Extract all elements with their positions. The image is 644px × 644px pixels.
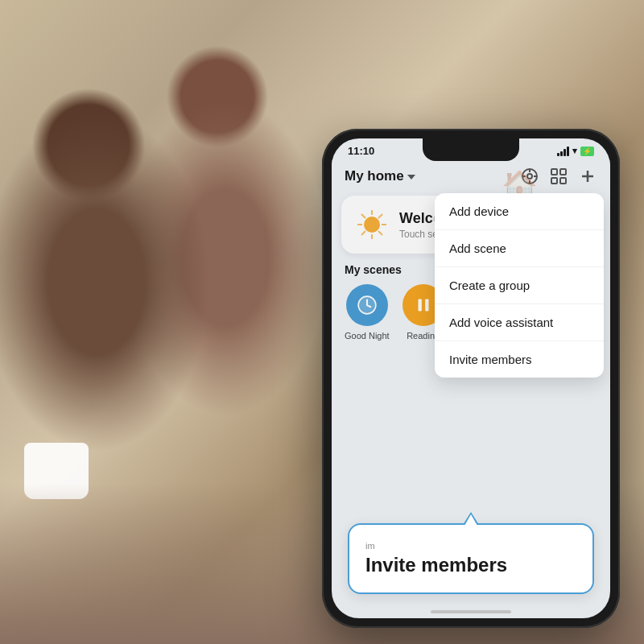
app-header: My home 🏠: [332, 160, 610, 192]
svg-rect-8: [551, 178, 557, 184]
phone-notch: [423, 138, 519, 161]
home-title-button[interactable]: My home: [345, 168, 415, 184]
scene-item-goodnight[interactable]: Good Night: [345, 284, 390, 341]
svg-rect-22: [418, 299, 421, 311]
svg-line-18: [378, 231, 382, 235]
tooltip-bubble: im Invite members: [348, 523, 594, 594]
coffee-mug: [24, 443, 89, 499]
tooltip-label: im: [365, 541, 576, 551]
phone-frame: 11:10 ▾ ⚡ My home 🏠: [322, 129, 620, 628]
svg-rect-9: [560, 178, 566, 184]
status-icons: ▾ ⚡: [557, 146, 594, 156]
add-icon[interactable]: [578, 167, 597, 186]
tooltip-arrow: [463, 512, 479, 525]
tooltip-text: Invite members: [365, 554, 576, 576]
status-time: 11:10: [348, 145, 374, 157]
svg-point-12: [364, 217, 380, 233]
menu-item-invite-members[interactable]: Invite members: [435, 341, 604, 378]
svg-line-19: [378, 214, 382, 218]
goodnight-label: Good Night: [345, 331, 390, 341]
chevron-down-icon: [407, 175, 415, 180]
svg-rect-23: [425, 299, 428, 311]
phone-screen: 11:10 ▾ ⚡ My home 🏠: [332, 138, 610, 618]
svg-rect-7: [560, 169, 566, 175]
battery-icon: ⚡: [580, 147, 594, 156]
home-title-text: My home: [345, 168, 404, 184]
clock-icon: [357, 295, 378, 316]
svg-line-20: [361, 231, 365, 235]
menu-item-voice-assistant[interactable]: Add voice assistant: [435, 304, 604, 341]
menu-item-create-group[interactable]: Create a group: [435, 267, 604, 304]
wifi-icon: ▾: [572, 146, 577, 156]
signal-icon: [557, 147, 569, 156]
pause-icon: [413, 295, 434, 316]
goodnight-icon-circle: [346, 284, 388, 326]
menu-item-add-scene[interactable]: Add scene: [435, 230, 604, 267]
sun-icon: [354, 207, 390, 242]
menu-item-add-device[interactable]: Add device: [435, 193, 604, 230]
svg-line-17: [361, 214, 365, 218]
dropdown-menu: Add device Add scene Create a group Add …: [435, 193, 604, 378]
svg-rect-6: [551, 169, 557, 175]
share-icon[interactable]: [549, 167, 568, 186]
home-indicator: [431, 610, 511, 613]
